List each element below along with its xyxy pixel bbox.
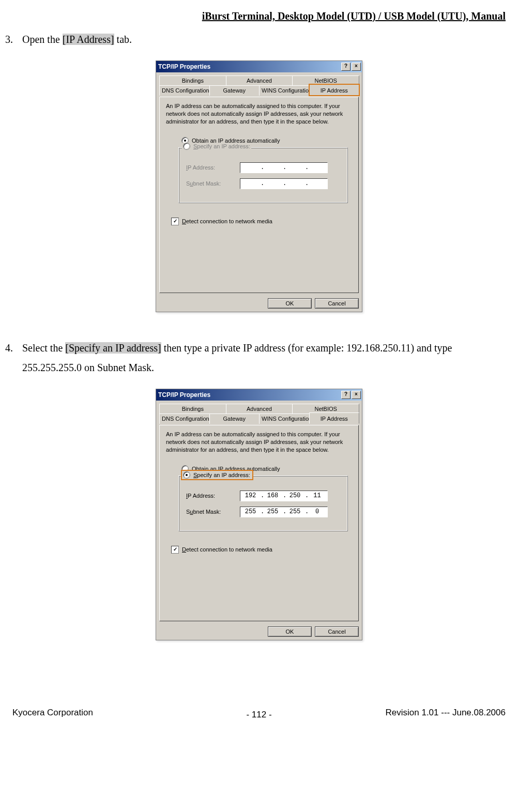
radio-specify[interactable]: [183, 143, 190, 150]
tab-advanced[interactable]: Advanced: [226, 75, 293, 85]
detect-checkbox[interactable]: ✓: [171, 218, 179, 225]
step-3-text: Open the [IP Address] tab.: [22, 29, 506, 49]
tab-wins[interactable]: WINS Configuration: [259, 413, 310, 424]
step-4-text: Select the [Specify an IP address] then …: [22, 338, 506, 377]
subnet-label: Subnet Mask:: [186, 180, 227, 187]
page-footer: Kyocera Corporation - 112 - Revision 1.0…: [0, 697, 518, 718]
tcpip-dialog-2: TCP/IP Properties ? × Bindings Advanced …: [156, 389, 362, 640]
tab-ipaddress[interactable]: IP Address: [309, 412, 360, 424]
detect-label: Detect connection to network media: [182, 218, 272, 224]
ip-address-input[interactable]: . . .: [240, 162, 328, 173]
step-3-num: 3.: [5, 29, 13, 49]
tcpip-dialog-1: TCP/IP Properties ? × Bindings Advanced …: [156, 60, 362, 312]
cancel-button[interactable]: Cancel: [315, 626, 359, 637]
step-3: 3. Open the [IP Address] tab.: [0, 24, 518, 54]
help-button[interactable]: ?: [341, 391, 351, 399]
cancel-button[interactable]: Cancel: [315, 298, 359, 309]
titlebar: TCP/IP Properties ? ×: [156, 389, 362, 401]
ok-button[interactable]: OK: [268, 626, 312, 637]
ip-address-input[interactable]: 192. 168. 250. 11: [240, 491, 328, 501]
ok-button[interactable]: OK: [268, 298, 312, 309]
dialog-title: TCP/IP Properties: [158, 391, 340, 399]
tab-dns[interactable]: DNS Configuration: [159, 85, 210, 96]
detect-label: Detect connection to network media: [182, 546, 272, 553]
tab-gateway[interactable]: Gateway: [209, 85, 260, 96]
ip-label: IP Address:: [186, 164, 227, 171]
subnet-label: Subnet Mask:: [186, 509, 227, 515]
dialog-title: TCP/IP Properties: [158, 63, 340, 70]
help-button[interactable]: ?: [341, 63, 351, 71]
tab-bindings[interactable]: Bindings: [159, 75, 226, 85]
tab-wins[interactable]: WINS Configuration: [259, 85, 310, 96]
tab-bindings[interactable]: Bindings: [159, 404, 226, 413]
footer-center: - 112 -: [246, 710, 271, 720]
footer-left: Kyocera Corporation: [12, 708, 93, 718]
close-button[interactable]: ×: [352, 391, 361, 399]
tab-dns[interactable]: DNS Configuration: [159, 413, 210, 424]
tab-gateway[interactable]: Gateway: [209, 413, 260, 424]
step-3-highlight: [IP Address]: [63, 34, 114, 45]
subnet-mask-input[interactable]: 255. 255. 255. 0: [240, 507, 328, 517]
page-header: iBurst Terminal, Desktop Model (UTD) / U…: [0, 10, 518, 24]
step-4: 4. Select the [Specify an IP address] th…: [0, 333, 518, 382]
tab-ipaddress[interactable]: IP Address: [309, 84, 360, 96]
subnet-mask-input[interactable]: . . .: [240, 178, 328, 189]
detect-checkbox[interactable]: ✓: [171, 546, 179, 554]
footer-right: Revision 1.01 --- June.08.2006: [386, 708, 506, 718]
radio-specify[interactable]: [183, 471, 190, 479]
step-4-num: 4.: [5, 338, 13, 377]
titlebar: TCP/IP Properties ? ×: [156, 61, 362, 72]
close-button[interactable]: ×: [352, 63, 361, 71]
dialog-description: An IP address can be automatically assig…: [166, 102, 352, 126]
step-4-highlight: [Specify an IP address]: [65, 342, 161, 354]
ip-label: IP Address:: [186, 493, 227, 499]
dialog-description: An IP address can be automatically assig…: [166, 431, 352, 454]
tab-advanced[interactable]: Advanced: [226, 404, 293, 413]
